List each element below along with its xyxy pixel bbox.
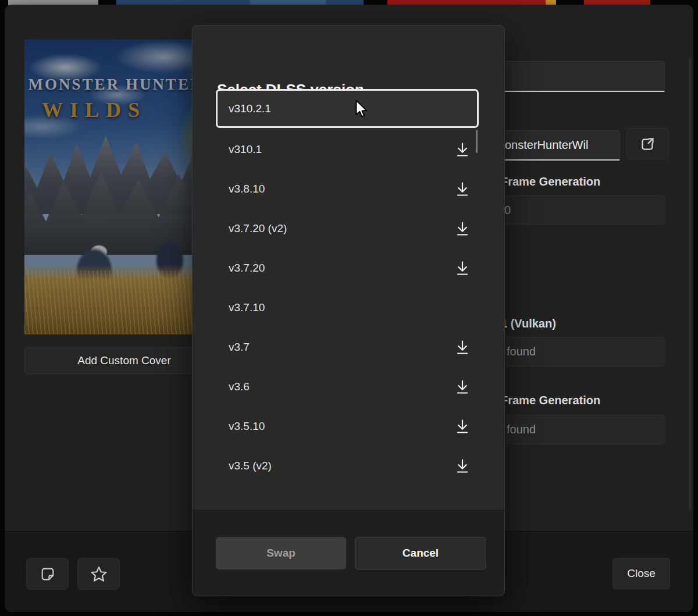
version-row[interactable]: v3.8.10 (216, 169, 479, 209)
section-heading-frame-generation: Frame Generation (501, 175, 600, 188)
notes-button[interactable] (26, 558, 69, 590)
open-external-icon (640, 136, 656, 152)
swap-button-label: Swap (266, 547, 295, 560)
notes-icon (40, 566, 56, 582)
download-version-button[interactable] (451, 336, 474, 359)
add-custom-cover-label: Add Custom Cover (77, 354, 171, 367)
version-label: v3.7.10 (229, 301, 479, 314)
download-icon (454, 339, 471, 355)
select-dlss-version-dialog: Select DLSS version v310.2.1 v310.1v3.8.… (192, 25, 505, 596)
download-icon (454, 418, 471, 435)
version-label: v3.5.10 (229, 420, 451, 433)
section-heading-vulkan: 1 (Vulkan) (501, 317, 556, 330)
version-row[interactable]: v3.7.20 (216, 248, 479, 288)
download-icon (454, 220, 471, 237)
selected-version-label: v310.2.1 (229, 102, 271, 115)
mouse-cursor (352, 99, 370, 119)
cancel-button-label: Cancel (403, 547, 439, 560)
download-icon (454, 458, 471, 474)
download-version-button[interactable] (451, 375, 474, 398)
download-version-button[interactable] (451, 177, 474, 201)
download-icon (454, 379, 471, 395)
version-row[interactable]: v3.7.10 (216, 288, 479, 327)
favourite-star-icon (90, 565, 108, 583)
download-icon (454, 260, 471, 276)
version-label: v3.6 (229, 380, 451, 393)
version-label: v310.1 (229, 143, 451, 156)
open-install-folder-button[interactable] (626, 128, 669, 159)
download-icon (454, 141, 471, 158)
swap-button[interactable]: Swap (216, 537, 346, 569)
cancel-button[interactable]: Cancel (355, 537, 486, 569)
modal-scrollbar[interactable] (689, 57, 691, 511)
version-label: v3.7.20 (229, 262, 451, 275)
version-label: v3.7 (229, 341, 451, 354)
version-row[interactable]: v3.7.20 (v2) (216, 209, 479, 248)
version-row[interactable]: v3.7 (216, 327, 479, 367)
selected-version-row[interactable]: v310.2.1 (216, 89, 479, 128)
version-row[interactable]: v3.6 (216, 367, 479, 407)
download-version-button[interactable] (451, 454, 474, 478)
version-row[interactable]: v3.5.10 (216, 407, 479, 446)
download-version-button[interactable] (451, 257, 474, 280)
close-button[interactable]: Close (612, 558, 670, 589)
download-version-button[interactable] (451, 138, 474, 161)
version-label: v3.5 (v2) (229, 460, 451, 472)
section-heading-frame-generation-2: Frame Generation (501, 394, 600, 407)
download-version-button[interactable] (451, 415, 474, 438)
version-row[interactable]: v310.1 (216, 130, 479, 169)
version-list-scrollbar-thumb[interactable] (476, 130, 478, 153)
version-label: v3.7.20 (v2) (229, 222, 451, 235)
version-row[interactable]: v3.5 (v2) (216, 446, 479, 486)
favourite-button[interactable] (77, 558, 120, 590)
download-icon (454, 181, 471, 197)
download-version-button[interactable] (451, 217, 474, 240)
close-button-label: Close (627, 567, 656, 580)
version-label: v3.8.10 (229, 183, 451, 195)
